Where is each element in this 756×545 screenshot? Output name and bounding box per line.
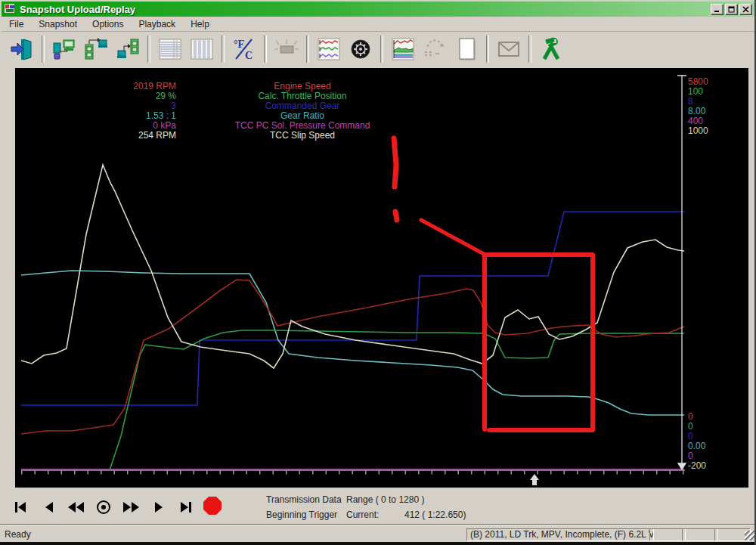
status-panel-empty — [649, 528, 686, 541]
playback-bar: Transmission Data Range ( 0 to 1280 ) Be… — [0, 488, 756, 525]
legend-label: TCC Slip Speed — [189, 131, 416, 141]
data-rows-view-icon — [157, 37, 183, 61]
toolbar-separator — [42, 36, 45, 63]
data-columns-view-button[interactable] — [186, 34, 218, 64]
maximize-button[interactable] — [725, 4, 738, 15]
rewind-button[interactable] — [67, 497, 86, 517]
skip-to-start-icon — [14, 501, 27, 513]
right-axis-min-values: 0 0 0 0.00 0 -200 — [688, 412, 741, 471]
toolbar-separator — [528, 36, 531, 63]
stacked-graphs-icon — [316, 37, 342, 61]
replay-loop-icon — [422, 37, 448, 61]
exit-icon — [9, 37, 35, 61]
trace-engine-speed — [21, 280, 684, 434]
area-graph-icon — [390, 37, 416, 61]
fast-forward-button[interactable] — [121, 497, 141, 517]
toolbar-separator — [306, 36, 309, 63]
menu-file[interactable]: File — [2, 17, 31, 31]
toolbar-separator — [264, 36, 267, 63]
flash-icon — [274, 37, 299, 61]
app-icon — [4, 2, 16, 17]
current-value: 412 ( 1:22.650) — [404, 509, 466, 520]
menu-options[interactable]: Options — [85, 17, 131, 31]
axis-max: 100 — [688, 87, 741, 97]
range-label: Range ( 0 to 1280 ) — [346, 494, 424, 505]
right-axis-max-values: 5800 100 8 8.00 400 1000 — [688, 77, 741, 136]
stop-button[interactable] — [94, 497, 113, 517]
trace-throttle — [110, 330, 684, 470]
close-button[interactable] — [739, 4, 752, 15]
svg-text:°F: °F — [234, 39, 244, 50]
svg-text:C: C — [245, 50, 253, 61]
upload-from-device-icon — [51, 37, 77, 61]
step-forward-icon — [153, 501, 164, 513]
resize-grip[interactable] — [745, 531, 754, 540]
status-bar: Ready (B) 2011, LD Trk, MPV, Incomplete,… — [0, 525, 756, 543]
cabinet-to-laptop-button[interactable] — [80, 34, 112, 64]
axis-max: 1000 — [688, 126, 741, 136]
axis-min: 0 — [688, 422, 741, 432]
menu-playback[interactable]: Playback — [131, 17, 183, 31]
stacked-graphs-button[interactable] — [313, 34, 345, 64]
trace-gear-ratio — [21, 271, 684, 415]
step-forward-button[interactable] — [149, 497, 169, 517]
menu-snapshot[interactable]: Snapshot — [31, 17, 85, 31]
skip-to-start-button[interactable] — [11, 497, 30, 517]
blank-page-button[interactable] — [451, 34, 482, 64]
exit-button[interactable] — [6, 34, 38, 64]
axis-min: 0.00 — [688, 441, 741, 451]
mail-icon — [496, 37, 522, 61]
menu-bar: File Snapshot Options Playback Help — [2, 17, 754, 32]
current-label: Current: — [346, 509, 379, 520]
status-panel-empty — [682, 528, 718, 541]
annotation-exclamation-dot — [395, 212, 397, 220]
rewind-icon — [68, 501, 85, 513]
lock-dial-button[interactable] — [345, 34, 376, 64]
laptop-to-cabinet-button[interactable] — [112, 34, 144, 64]
upload-from-device-button[interactable] — [48, 34, 80, 64]
blank-page-icon — [454, 37, 479, 61]
toolbar-separator — [380, 36, 383, 63]
fast-forward-icon — [122, 501, 139, 513]
data-rows-view-button[interactable] — [154, 34, 186, 64]
screen-bottom-edge — [0, 542, 756, 545]
laptop-to-cabinet-icon — [115, 37, 141, 61]
toolbar: °F C — [2, 32, 754, 67]
lock-dial-icon — [348, 37, 373, 61]
legend-value: 254 RPM — [45, 131, 176, 141]
tools-button[interactable] — [535, 34, 567, 64]
graph-area: 2019 RPM Engine Speed 29 % Calc. Throttl… — [15, 68, 748, 488]
status-ready: Ready — [5, 529, 31, 540]
data-group-label: Transmission Data — [266, 494, 342, 505]
minimize-icon — [714, 6, 720, 13]
annotation-box — [485, 255, 593, 430]
maximize-icon — [728, 6, 735, 13]
toolbar-separator — [222, 36, 225, 63]
close-icon — [742, 6, 749, 13]
axis-min: -200 — [688, 461, 741, 471]
toolbar-separator — [147, 36, 150, 63]
flash-button — [271, 34, 302, 64]
title-bar: Snapshot Upload/Replay — [2, 2, 754, 17]
minimize-button[interactable] — [711, 4, 723, 15]
menu-help[interactable]: Help — [183, 17, 217, 31]
step-back-icon — [44, 501, 54, 513]
data-columns-view-icon — [189, 37, 215, 61]
trace-tcc-slip — [21, 165, 684, 368]
skip-to-end-icon — [179, 501, 193, 513]
toolbar-separator — [486, 36, 489, 63]
annotation-exclamation-bar — [394, 138, 396, 187]
axis-min: 0 — [688, 412, 741, 422]
fahrenheit-celsius-toggle-icon: °F C — [231, 37, 257, 61]
step-back-button[interactable] — [39, 497, 59, 517]
skip-to-end-button[interactable] — [176, 497, 196, 517]
area-graph-button[interactable] — [387, 34, 419, 64]
fahrenheit-celsius-toggle-button[interactable]: °F C — [228, 34, 260, 64]
legend-value: 29 % — [45, 91, 176, 101]
replay-loop-button — [419, 34, 451, 64]
trace-commanded-gear — [21, 212, 684, 405]
mail-button — [493, 34, 525, 64]
stop-icon — [96, 500, 111, 515]
position-marker-arrow[interactable] — [530, 474, 539, 485]
record-button[interactable] — [203, 496, 222, 516]
